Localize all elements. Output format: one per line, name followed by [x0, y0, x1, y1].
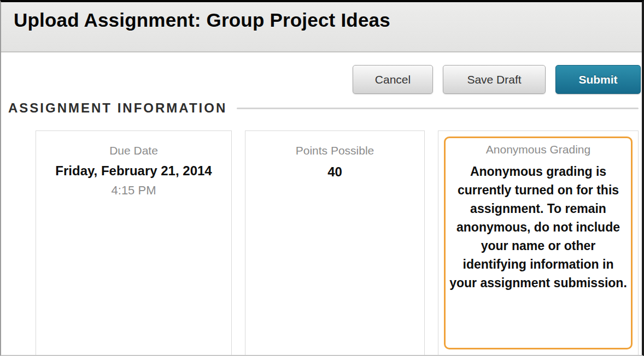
page-header: Upload Assignment: Group Project Ideas [1, 2, 642, 52]
anonymous-grading-warning-box: Anonymous Grading Anonymous grading is c… [444, 137, 633, 349]
due-date-value: Friday, February 21, 2014 [36, 163, 231, 179]
action-button-row: Cancel Save Draft Submit [1, 65, 641, 94]
upload-assignment-page: Upload Assignment: Group Project Ideas C… [0, 0, 644, 356]
due-date-panel: Due Date Friday, February 21, 2014 4:15 … [36, 130, 232, 356]
anonymous-grading-label: Anonymous Grading [448, 143, 629, 156]
due-date-label: Due Date [36, 144, 231, 157]
section-divider [237, 108, 639, 109]
anonymous-grading-message: Anonymous grading is currently turned on… [448, 162, 629, 292]
points-possible-label: Points Possible [245, 144, 424, 157]
points-possible-value: 40 [245, 164, 424, 180]
points-possible-panel: Points Possible 40 [245, 130, 425, 356]
submit-button[interactable]: Submit [555, 65, 641, 94]
assignment-information-section: ASSIGNMENT INFORMATION [8, 100, 639, 116]
anonymous-grading-panel: Anonymous Grading Anonymous grading is c… [438, 130, 639, 356]
cancel-button[interactable]: Cancel [353, 65, 433, 94]
save-draft-button[interactable]: Save Draft [443, 65, 546, 94]
info-panels-row: Due Date Friday, February 21, 2014 4:15 … [36, 130, 639, 356]
page-title: Upload Assignment: Group Project Ideas [14, 9, 642, 31]
section-heading: ASSIGNMENT INFORMATION [8, 100, 227, 116]
due-time-value: 4:15 PM [36, 183, 231, 198]
